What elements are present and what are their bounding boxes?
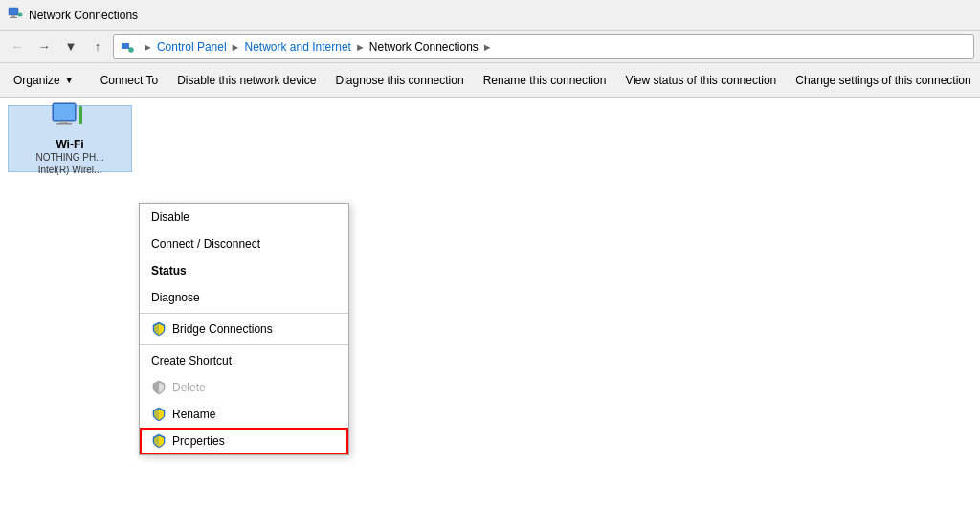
main-content: Wi-Fi NOTHING PH... Intel(R) Wirel... Di… (0, 98, 980, 532)
svg-rect-5 (122, 43, 129, 49)
svg-rect-10 (60, 121, 68, 123)
wifi-item-icon (51, 101, 89, 134)
svg-rect-15 (79, 106, 82, 124)
title-bar-icon (8, 6, 23, 24)
ctx-diagnose[interactable]: Diagnose (140, 284, 348, 311)
ctx-shortcut-label: Create Shortcut (151, 354, 232, 367)
toolbar: Organize ▼ Connect To Disable this netwo… (0, 63, 980, 98)
svg-rect-11 (56, 123, 72, 125)
svg-rect-3 (18, 13, 22, 16)
properties-shield-icon (151, 433, 167, 449)
title-bar: Network Connections (0, 0, 980, 31)
sep1: ► (143, 41, 153, 53)
ctx-sep2 (140, 344, 348, 345)
organize-btn[interactable]: Organize ▼ (4, 67, 83, 94)
wifi-sub2: Intel(R) Wirel... (38, 164, 102, 176)
up-button[interactable]: ↑ (86, 35, 109, 58)
ctx-connect[interactable]: Connect / Disconnect (140, 231, 348, 257)
rename-btn[interactable]: Rename this connection (474, 67, 616, 94)
ctx-bridge-label: Bridge Connections (172, 322, 273, 336)
ctx-rename-label: Rename (172, 408, 215, 421)
address-box: ► Control Panel ► Network and Internet ►… (113, 34, 974, 59)
breadcrumb-control-panel[interactable]: Control Panel (157, 40, 227, 54)
wifi-item[interactable]: Wi-Fi NOTHING PH... Intel(R) Wirel... (8, 105, 132, 172)
address-bar-row: ← → ▼ ↑ ► Control Panel ► Network and In… (0, 31, 980, 63)
breadcrumb-network-internet[interactable]: Network and Internet (245, 40, 351, 54)
title-bar-text: Network Connections (29, 9, 138, 22)
svg-point-6 (129, 47, 134, 52)
wifi-sub1: NOTHING PH... (35, 151, 103, 164)
svg-rect-9 (54, 104, 75, 120)
sep2: ► (231, 41, 241, 53)
ctx-sep1 (140, 313, 348, 314)
back-button[interactable]: ← (6, 35, 29, 58)
sep3: ► (355, 41, 366, 53)
svg-rect-1 (11, 15, 15, 17)
ctx-properties-label: Properties (172, 434, 225, 448)
ctx-delete: Delete (140, 374, 348, 401)
rename-shield-icon (151, 407, 167, 422)
breadcrumb-current: Network Connections (369, 40, 479, 54)
ctx-diagnose-label: Diagnose (151, 291, 200, 304)
svg-rect-0 (9, 8, 18, 15)
context-menu: Disable Connect / Disconnect Status Diag… (139, 203, 349, 455)
ctx-delete-label: Delete (172, 381, 206, 394)
diagnose-btn[interactable]: Diagnose this connection (326, 67, 474, 94)
ctx-status[interactable]: Status (140, 257, 348, 284)
forward-button[interactable]: → (33, 35, 56, 58)
ctx-status-label: Status (151, 264, 187, 277)
connect-to-btn[interactable]: Connect To (91, 67, 168, 94)
ctx-bridge[interactable]: Bridge Connections (140, 316, 348, 343)
bridge-shield-icon (151, 321, 167, 337)
change-settings-btn[interactable]: Change settings of this connection (786, 67, 980, 94)
ctx-properties[interactable]: Properties (140, 428, 348, 454)
ctx-connect-label: Connect / Disconnect (151, 237, 260, 251)
ctx-rename[interactable]: Rename (140, 401, 348, 428)
recent-button[interactable]: ▼ (59, 35, 82, 58)
ctx-shortcut[interactable]: Create Shortcut (140, 347, 348, 374)
svg-rect-2 (10, 17, 17, 18)
disable-btn[interactable]: Disable this network device (167, 67, 325, 94)
wifi-name: Wi-Fi (56, 138, 83, 151)
delete-shield-icon (151, 380, 167, 395)
view-status-btn[interactable]: View status of this connection (615, 67, 786, 94)
address-icon (120, 39, 135, 55)
organize-label: Organize (13, 74, 60, 87)
sep4: ► (482, 41, 493, 53)
ctx-disable-label: Disable (151, 211, 189, 224)
organize-arrow: ▼ (65, 76, 74, 85)
ctx-disable[interactable]: Disable (140, 204, 348, 231)
